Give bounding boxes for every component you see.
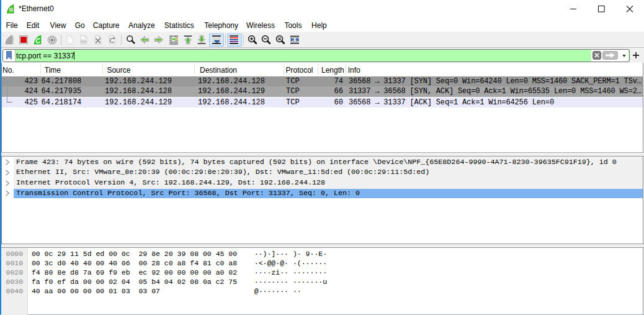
svg-text:010: 010 bbox=[82, 40, 87, 43]
